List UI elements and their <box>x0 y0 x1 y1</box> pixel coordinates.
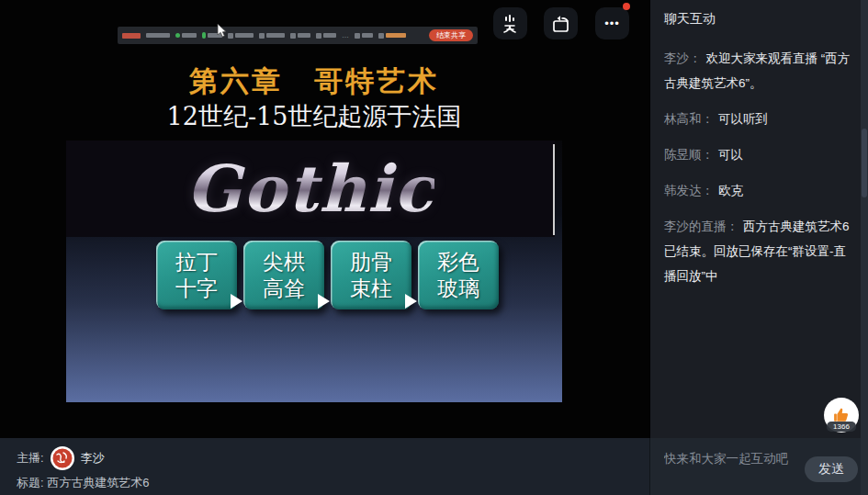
share-doc-icon[interactable] <box>316 33 336 39</box>
box-text: 彩色 <box>437 249 479 275</box>
chat-sender: 林高和： <box>664 112 714 126</box>
gothic-word: Gothic <box>186 151 435 227</box>
concept-box-rib-columns: 肋骨 束柱 <box>331 241 411 309</box>
meeting-timer <box>146 33 170 38</box>
chat-sender: 李沙： <box>664 51 702 65</box>
chat-sender: 李沙的直播： <box>664 219 738 233</box>
camera-icon[interactable] <box>228 33 254 39</box>
host-info-bar: 主播: 李沙 标题: 西方古典建筑艺术6 <box>0 438 649 495</box>
mouse-cursor <box>217 24 228 39</box>
box-text: 束柱 <box>350 276 392 301</box>
host-name: 李沙 <box>81 450 105 467</box>
box-text: 尖栱 <box>263 249 305 275</box>
chat-message: 林高和：可以听到 <box>664 107 851 131</box>
flow-arrow-icon <box>405 294 417 309</box>
members-icon[interactable] <box>259 33 285 39</box>
box-text: 拉丁 <box>175 249 218 275</box>
video-stage: 第六章 哥特艺术 12世纪-15世纪起源于法国 Gothic 拉丁 十字 尖栱 … <box>0 0 649 438</box>
scrollbar-track[interactable] <box>861 0 868 495</box>
chat-sender: 陈昱顺： <box>664 148 714 162</box>
rotate-screen-icon <box>550 13 572 35</box>
text-cursor <box>553 144 555 235</box>
meeting-info-icon[interactable] <box>122 33 141 39</box>
scrollbar-thumb[interactable] <box>862 129 867 197</box>
chat-icon[interactable] <box>290 33 310 39</box>
box-text: 高耸 <box>263 276 305 301</box>
chat-message: 李沙：欢迎大家来观看直播 “西方古典建筑艺术6”。 <box>664 46 851 96</box>
chat-text: 欧克 <box>718 184 743 197</box>
chat-message-input[interactable] <box>664 447 802 469</box>
settings-icon[interactable] <box>355 33 373 39</box>
slide-subtitle: 12世纪-15世纪起源于法国 <box>66 100 562 133</box>
send-button[interactable]: 发送 <box>805 456 858 482</box>
chat-text: 可以听到 <box>718 112 768 126</box>
concept-box-latin-cross: 拉丁 十字 <box>156 241 237 309</box>
chat-system-message: 李沙的直播：西方古典建筑艺术6 已结束。回放已保存在“群设置-直播回放”中 <box>664 214 851 288</box>
box-text: 肋骨 <box>350 249 392 275</box>
chat-message: 韩发达：欧克 <box>664 178 851 203</box>
caption-translate-button[interactable] <box>493 7 527 39</box>
more-tools-icon[interactable]: … <box>342 33 349 39</box>
network-status-icon[interactable] <box>175 33 197 38</box>
more-options-button[interactable]: ••• <box>595 7 629 39</box>
chat-text: 可以 <box>718 148 743 162</box>
like-button[interactable]: 1366 <box>824 398 859 433</box>
end-share-button[interactable]: 结束共享 <box>429 29 473 41</box>
live-stream-window: 第六章 哥特艺术 12世纪-15世纪起源于法国 Gothic 拉丁 十字 尖栱 … <box>0 0 868 495</box>
ellipsis-icon: ••• <box>604 17 620 29</box>
flow-arrow-icon <box>231 294 242 309</box>
stream-title-row: 标题: 西方古典建筑艺术6 <box>17 475 149 491</box>
chat-sender: 韩发达： <box>664 184 714 197</box>
speech-to-text-icon <box>501 14 521 34</box>
box-text: 十字 <box>175 276 218 301</box>
screen-share-toolbar: … 结束共享 <box>118 27 478 44</box>
title-value: 西方古典建筑艺术6 <box>47 476 149 489</box>
exit-meeting-icon[interactable] <box>378 33 406 39</box>
chat-message-list: 李沙：欢迎大家来观看直播 “西方古典建筑艺术6”。 林高和：可以听到 陈昱顺：可… <box>650 28 861 288</box>
chat-panel: 聊天互动 李沙：欢迎大家来观看直播 “西方古典建筑艺术6”。 林高和：可以听到 … <box>649 0 861 438</box>
slide-chapter-title: 第六章 哥特艺术 <box>66 62 562 101</box>
gothic-banner-image: Gothic <box>66 141 555 237</box>
host-label: 主播: <box>17 450 44 467</box>
rotate-screen-button[interactable] <box>544 7 578 39</box>
chat-panel-title: 聊天互动 <box>650 0 861 28</box>
host-avatar <box>51 446 74 470</box>
title-label: 标题: <box>17 476 44 489</box>
box-text: 玻璃 <box>437 276 479 301</box>
notification-dot <box>623 3 630 10</box>
chat-message: 陈昱顺：可以 <box>664 142 851 167</box>
concept-box-stained-glass: 彩色 玻璃 <box>418 241 499 309</box>
concept-box-pointed-arch: 尖栱 高耸 <box>243 241 324 309</box>
like-count-badge: 1366 <box>827 422 856 432</box>
flow-arrow-icon <box>318 294 330 309</box>
chat-input-bar: 发送 <box>649 438 861 495</box>
